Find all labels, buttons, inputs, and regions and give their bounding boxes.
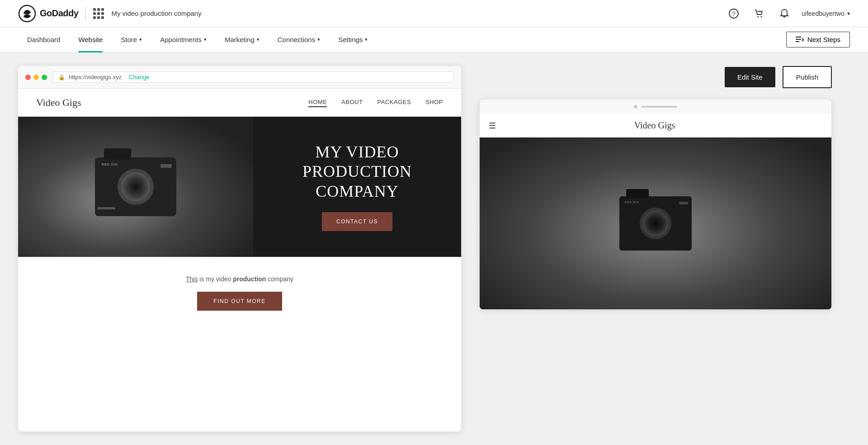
address-bar: 🔒 https://videogigs.xyz Change <box>52 71 454 83</box>
next-steps-label: Next Steps <box>807 36 840 43</box>
website-content: Video Gigs HOME ABOUT PACKAGES SHOP <box>18 89 461 329</box>
svg-rect-5 <box>796 37 801 38</box>
topbar-left: GoDaddy My video production company <box>18 5 202 23</box>
dot-yellow <box>33 75 39 80</box>
nav-item-dashboard[interactable]: Dashboard <box>18 27 69 52</box>
godaddy-logo: GoDaddy <box>18 5 78 23</box>
navbar: Dashboard Website Store ▾ Appointments ▾… <box>0 27 868 52</box>
browser-bar: 🔒 https://videogigs.xyz Change <box>18 66 461 89</box>
mobile-status-bar <box>480 99 831 114</box>
nav-label-dashboard: Dashboard <box>27 36 60 43</box>
tagline-bold: production <box>233 275 266 283</box>
svg-point-3 <box>758 16 759 17</box>
svg-rect-7 <box>796 41 799 42</box>
camera-top <box>104 148 131 160</box>
site-nav-packages[interactable]: PACKAGES <box>377 99 411 107</box>
nav-item-connections[interactable]: Connections ▾ <box>269 27 329 52</box>
svg-rect-6 <box>796 39 801 40</box>
find-more-button[interactable]: FIND OUT MORE <box>197 292 282 311</box>
svg-point-4 <box>761 16 762 17</box>
mobile-status-bar-indicator <box>641 106 677 108</box>
below-hero: This is my video production company FIND… <box>18 257 461 329</box>
camera-detail <box>160 164 172 168</box>
publish-button[interactable]: Publish <box>783 66 832 88</box>
nav-links: Dashboard Website Store ▾ Appointments ▾… <box>18 27 377 52</box>
tagline: This is my video production company <box>36 275 443 283</box>
user-chevron-icon: ▾ <box>847 10 850 17</box>
company-name: My video production company <box>111 9 201 17</box>
camera-body: RED DIG <box>95 157 176 216</box>
mobile-site-title: Video Gigs <box>634 120 675 131</box>
url-text: https://videogigs.xyz <box>69 74 122 80</box>
marketing-chevron-icon: ▾ <box>257 37 259 43</box>
mobile-camera-lens <box>640 208 671 239</box>
site-brand-title: Video Gigs <box>36 97 81 109</box>
help-icon: ? <box>729 9 739 19</box>
site-nav-about[interactable]: ABOUT <box>341 99 363 107</box>
site-nav-shop[interactable]: SHOP <box>425 99 443 107</box>
mobile-dot-1 <box>634 105 637 109</box>
nav-label-website: Website <box>78 36 103 43</box>
edit-site-button[interactable]: Edit Site <box>725 67 775 87</box>
nav-item-website[interactable]: Website <box>69 27 112 52</box>
nav-label-store: Store <box>121 36 137 43</box>
store-chevron-icon: ▾ <box>139 37 142 43</box>
site-nav-home[interactable]: HOME <box>308 99 327 107</box>
hero-image: RED DIG <box>18 117 253 257</box>
tagline-prefix: is my video <box>199 275 233 283</box>
dot-red <box>25 75 31 80</box>
action-buttons: Edit Site Publish <box>479 66 832 88</box>
mobile-menu-icon[interactable]: ☰ <box>489 121 496 131</box>
nav-item-marketing[interactable]: Marketing ▾ <box>216 27 269 52</box>
change-link[interactable]: Change <box>129 74 150 80</box>
username-label: uifeedbuyertwo <box>802 10 844 17</box>
mobile-camera-brand: RED DIG <box>625 201 639 204</box>
notification-icon <box>780 9 789 19</box>
mobile-camera-detail <box>679 202 688 204</box>
settings-chevron-icon: ▾ <box>365 37 368 43</box>
hero-text: MY VIDEO PRODUCTION COMPANY CONTACT US <box>253 117 461 257</box>
hero-headline: MY VIDEO PRODUCTION COMPANY <box>271 142 443 201</box>
site-nav: HOME ABOUT PACKAGES SHOP <box>308 99 443 107</box>
appointments-chevron-icon: ▾ <box>204 37 207 43</box>
godaddy-text: GoDaddy <box>40 8 78 19</box>
main-content: 🔒 https://videogigs.xyz Change Video Gig… <box>0 52 868 445</box>
mobile-hero: RED DIG <box>480 137 831 309</box>
connections-chevron-icon: ▾ <box>317 37 320 43</box>
tagline-link[interactable]: This <box>186 275 198 283</box>
mobile-content: ☰ Video Gigs RED DIG <box>480 114 831 309</box>
camera-detail-2 <box>97 207 115 209</box>
notification-button[interactable] <box>776 5 793 22</box>
hero-cta-button[interactable]: CONTACT US <box>322 212 392 231</box>
camera-brand: RED DIG <box>102 163 118 166</box>
svg-text:?: ? <box>732 10 735 17</box>
next-steps-button[interactable]: Next Steps <box>786 32 850 47</box>
mobile-camera-top <box>626 189 649 198</box>
mobile-header: ☰ Video Gigs <box>480 114 831 137</box>
topbar: GoDaddy My video production company ? <box>0 0 868 27</box>
camera-visual: RED DIG <box>18 117 253 257</box>
help-button[interactable]: ? <box>726 5 742 22</box>
tagline-suffix: company <box>268 275 293 283</box>
nav-label-marketing: Marketing <box>225 36 255 43</box>
mobile-camera-body: RED DIG <box>619 196 692 251</box>
browser-preview: 🔒 https://videogigs.xyz Change Video Gig… <box>18 66 461 431</box>
site-header: Video Gigs HOME ABOUT PACKAGES SHOP <box>18 89 461 117</box>
cart-button[interactable] <box>751 5 767 22</box>
nav-item-settings[interactable]: Settings ▾ <box>329 27 377 52</box>
user-menu-button[interactable]: uifeedbuyertwo ▾ <box>802 10 850 17</box>
nav-item-store[interactable]: Store ▾ <box>112 27 151 52</box>
mobile-camera-visual: RED DIG <box>480 137 831 309</box>
nav-label-appointments: Appointments <box>160 36 202 43</box>
browser-dots <box>25 75 47 80</box>
mobile-preview: ☰ Video Gigs RED DIG <box>479 99 832 310</box>
hero-section: RED DIG MY VIDEO PRODUCTION COMPANY CONT… <box>18 117 461 257</box>
cart-icon <box>754 9 764 19</box>
lock-icon: 🔒 <box>58 74 65 80</box>
next-steps-icon <box>796 36 804 43</box>
camera-lens <box>118 169 154 205</box>
nav-item-appointments[interactable]: Appointments ▾ <box>151 27 216 52</box>
grid-icon[interactable] <box>93 8 104 19</box>
topbar-divider <box>85 6 86 21</box>
topbar-right: ? uifeedbuyertwo ▾ <box>726 5 850 22</box>
